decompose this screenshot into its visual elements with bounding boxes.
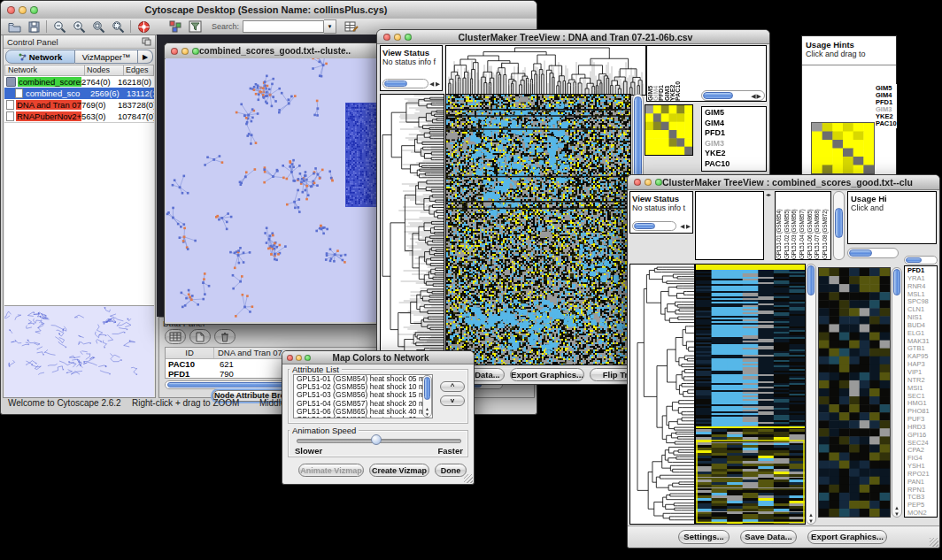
help-button[interactable] — [134, 19, 153, 34]
view-status-scrollbar[interactable] — [632, 221, 676, 231]
column-label[interactable]: GPL51-07 (GSM868) — [814, 192, 822, 259]
main-titlebar[interactable]: Cytoscape Desktop (Session Name: collins… — [1, 1, 537, 19]
minimize-button[interactable] — [181, 48, 189, 55]
tab-overflow-button[interactable]: ▶ — [138, 50, 153, 64]
network-row-dna-tran[interactable]: DNA and Tran 07 769(0) 183728(0) — [4, 99, 154, 111]
treeview2-genelist-hscrollbar[interactable] — [904, 256, 938, 265]
zoom-fit-button[interactable] — [89, 19, 108, 34]
scroll-arrows[interactable]: ▲▼ — [807, 512, 815, 524]
column-label[interactable]: GPL51-01 (GSM854) — [776, 192, 784, 259]
treeview1-heatmap[interactable] — [445, 94, 631, 365]
scroll-thumb[interactable] — [849, 249, 872, 257]
scroll-thumb[interactable] — [703, 92, 733, 99]
minimize-button[interactable] — [645, 179, 652, 186]
scroll-thumb[interactable] — [807, 265, 815, 295]
gene-label[interactable]: GIM4 — [705, 119, 766, 129]
zoom-selected-button[interactable] — [108, 19, 127, 34]
network-row-selected[interactable]: combined_sco 2569(6) 13112(15) — [4, 88, 154, 99]
gene-label[interactable]: GIM5 — [705, 108, 766, 119]
open-file-button[interactable] — [4, 19, 24, 34]
scroll-thumb[interactable] — [906, 257, 922, 263]
treeview2-heatmap[interactable] — [695, 264, 806, 525]
search-input[interactable] — [243, 20, 324, 33]
treeview1-zoom-hscrollbar[interactable]: ◀▶ — [701, 90, 765, 101]
treeview2-titlebar[interactable]: ClusterMaker TreeView : combined_scores_… — [628, 175, 939, 190]
column-label[interactable]: GPL51-03 (GSM856) — [791, 192, 799, 259]
tab-vizmapper[interactable]: VizMapper™ — [75, 50, 138, 64]
attribute-browser-button[interactable] — [342, 19, 361, 34]
treeview2-label-vscrollbar[interactable] — [833, 191, 845, 260]
resize-grip[interactable] — [930, 538, 938, 547]
network-view-titlebar[interactable]: combined_scores_good.txt--cluste... — [165, 43, 382, 59]
scroll-arrows[interactable]: ◀▶ — [751, 91, 762, 101]
column-label[interactable]: PAC10 — [675, 46, 680, 101]
treeview1-column-dendrogram[interactable] — [445, 45, 646, 96]
treeview1-titlebar[interactable]: ClusterMaker TreeView : DNA and Tran 07-… — [377, 30, 769, 44]
gene-label[interactable]: YKE2 — [705, 149, 766, 159]
network-row-combined-scores[interactable]: combined_scores_ 2764(0) 16218(0) — [4, 76, 154, 88]
treeview2-hint-hscrollbar[interactable] — [847, 248, 899, 258]
scroll-thumb[interactable] — [634, 96, 642, 178]
column-label[interactable]: GPL51-08 (GSM872) — [822, 192, 830, 259]
treeview2-zoom-heatmap[interactable] — [818, 267, 891, 518]
search-dropdown-button[interactable]: ▾ — [324, 19, 336, 34]
treeview1-row-dendrogram[interactable] — [380, 94, 444, 365]
scroll-thumb[interactable] — [424, 377, 430, 400]
export-graphics-button[interactable]: Export Graphics... — [510, 368, 584, 381]
filter-button[interactable] — [185, 19, 205, 34]
attribute-list-scrollbar[interactable]: ▲▼ — [422, 375, 432, 418]
tab-network[interactable]: Network — [5, 50, 75, 64]
zoom-button[interactable] — [655, 179, 662, 186]
move-up-button[interactable]: ^ — [440, 381, 465, 392]
zoom-button[interactable] — [405, 34, 412, 41]
column-label[interactable]: YKE2 — [669, 46, 675, 101]
float-panel-icon[interactable] — [142, 37, 151, 46]
column-header-edges[interactable]: Edges — [124, 65, 153, 75]
done-button[interactable]: Done — [435, 464, 467, 477]
save-session-button[interactable] — [24, 19, 43, 34]
scroll-arrows[interactable]: ◀ ▶ — [680, 223, 691, 230]
close-button[interactable] — [171, 48, 178, 55]
column-header-nodes[interactable]: Nodes — [85, 65, 124, 75]
settings-button[interactable]: Settings... — [678, 530, 730, 544]
vizmapper-button[interactable] — [166, 19, 185, 34]
gene-label[interactable]: PAC10 — [876, 120, 897, 127]
minimize-button[interactable] — [394, 34, 401, 41]
zoom-button[interactable] — [192, 48, 199, 55]
column-header-network[interactable]: Network — [5, 65, 85, 75]
dialog-titlebar[interactable]: Map Colors to Network — [282, 351, 474, 364]
resize-grip[interactable] — [464, 474, 473, 483]
speed-slider-thumb[interactable] — [371, 434, 382, 445]
select-attributes-button[interactable] — [165, 329, 186, 344]
view-status-scrollbar[interactable] — [382, 79, 429, 88]
treeview2-row-dendrogram[interactable] — [629, 264, 695, 525]
close-button[interactable] — [383, 34, 390, 41]
zoom-button[interactable] — [305, 355, 311, 361]
column-label[interactable]: PFD1 — [658, 46, 663, 101]
column-header-id[interactable]: ID — [166, 348, 214, 358]
treeview2-zoom-vscrollbar[interactable]: ▲▼ — [892, 267, 902, 518]
zoom-out-button[interactable] — [50, 19, 69, 34]
minimize-button[interactable] — [296, 355, 302, 361]
delete-attribute-button[interactable] — [214, 329, 236, 344]
network-overview-panel[interactable] — [4, 305, 154, 397]
network-view-canvas[interactable] — [166, 58, 379, 322]
move-down-button[interactable]: v — [440, 395, 465, 406]
close-button[interactable] — [287, 355, 293, 361]
treeview1-zoom-matrix[interactable] — [645, 104, 693, 156]
gene-label[interactable]: MON2 — [907, 510, 937, 518]
treeview2-heatmap-vscrollbar[interactable]: ▲▼ — [806, 264, 816, 525]
close-button[interactable] — [634, 179, 641, 186]
scroll-thumb[interactable] — [893, 269, 900, 295]
zoom-button[interactable] — [30, 6, 38, 14]
scroll-arrows[interactable]: ▲▼ — [892, 505, 901, 517]
create-attribute-button[interactable] — [189, 329, 211, 344]
scroll-thumb[interactable] — [384, 81, 407, 87]
animate-vizmap-button[interactable]: Animate Vizmap — [298, 464, 364, 477]
gene-label[interactable]: PFD1 — [705, 128, 766, 139]
column-label[interactable]: GIM3 — [664, 46, 669, 101]
label-scroll-arrows[interactable]: ◂▸ — [766, 191, 771, 197]
scroll-thumb[interactable] — [634, 223, 655, 229]
save-data-button[interactable]: Save Data... — [740, 530, 797, 544]
network-row-rnapuber[interactable]: RNAPuberNov2+ 563(0) 107847(0) — [4, 111, 154, 122]
